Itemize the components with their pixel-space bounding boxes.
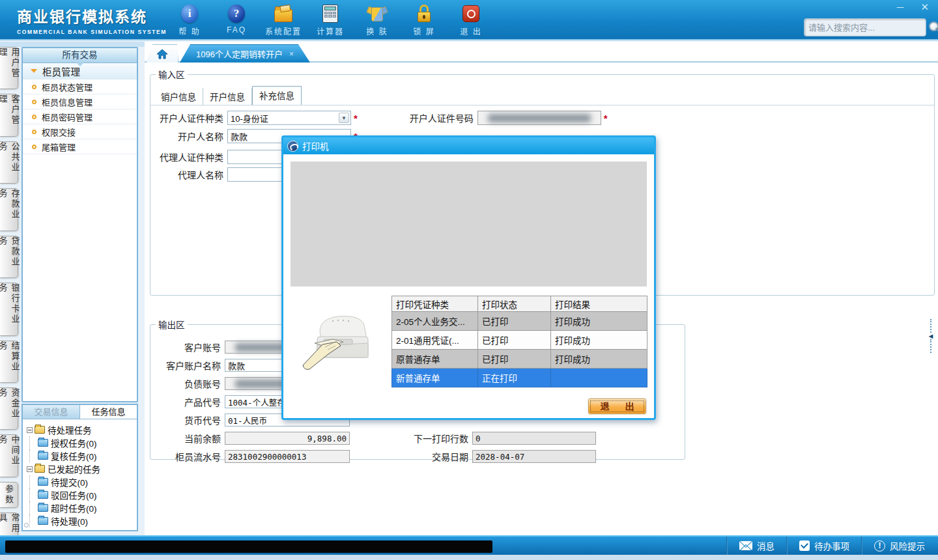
sidebar-item-teller-info[interactable]: 柜员信息管理 [23,94,137,109]
sidebar-item-user-mgmt[interactable]: 用户管理 [0,47,18,89]
tree-node-timeout-tasks[interactable]: 超时任务(0) [27,501,135,514]
tab-home[interactable] [146,44,178,63]
checkbox-icon [799,540,810,551]
tab-task-info[interactable]: 任务信息 [79,405,137,419]
messages-button[interactable]: 消息 [729,539,785,552]
cert-no-field[interactable] [477,111,601,125]
tshirt-icon [367,5,387,23]
trade-date-label: 交易日期 [391,450,468,463]
sidebar-header[interactable]: 所有交易 [23,48,137,63]
col-print-status: 打印状态 [478,296,551,312]
sidebar-item-teller-password[interactable]: 柜员密码管理 [23,109,137,124]
table-row[interactable]: 2-01通用凭证(... 已打印 打印成功 [392,331,647,350]
sidebar-item-deposit-biz[interactable]: 存款业务 [0,188,18,231]
bullet-icon [32,85,36,89]
faq-button[interactable]: ? FAQ [218,4,255,36]
folder-icon [274,9,292,22]
task-tree: 待处理任务 授权任务(0) 复核任务(0) 已发起的任务 待提交(0) 驳回任务… [23,419,137,529]
folder-icon [38,504,48,512]
close-button[interactable]: ✕ [917,1,933,13]
sidebar-item-customer-mgmt[interactable]: 客户管理 [0,94,18,136]
tree-node-initiated-tasks[interactable]: 已发起的任务 [27,462,135,475]
todo-button[interactable]: 待办事项 [789,539,860,552]
table-row[interactable]: 原普通存单 已打印 打印成功 [392,350,647,369]
window-controls: ─ ✕ [893,1,933,13]
home-icon [156,49,168,59]
tree-node-to-process[interactable]: 待处理(0) [27,514,135,527]
help-icon: i [181,5,198,23]
sidebar-item-intermediate-biz[interactable]: 中间业务 [0,434,18,477]
current-balance-field: 9,898.00 [225,432,350,445]
tab-open-account-info[interactable]: 开户信息 [203,88,252,105]
sidebar-item-parameters[interactable]: 参数 [0,482,18,508]
chevron-left-icon: ◄ [928,333,935,339]
tree-node-auth-tasks[interactable]: 授权任务(0) [27,436,135,449]
redacted-status-text [5,540,492,553]
left-category-tabs: 用户管理 客户管理 公共业务 存款业务 贷款业务 银行卡业务 结算业务 资金业务… [0,47,21,555]
sidebar-item-loan-biz[interactable]: 贷款业务 [0,236,18,278]
next-print-line-field: 0 [472,432,596,445]
printer-dialog-icon [287,141,298,152]
table-header-row: 打印凭证种类 打印状态 打印结果 [392,296,647,312]
cert-no-label: 开户人证件号码 [358,111,474,124]
collapse-icon[interactable] [27,427,33,433]
sidebar-item-bankcard-biz[interactable]: 银行卡业务 [0,283,18,335]
lock-screen-button[interactable]: 锁 屏 [405,4,443,36]
dialog-titlebar[interactable]: 打印机 [283,137,654,154]
current-balance-label: 当前余额 [150,432,221,445]
cert-type-select[interactable]: 10-身份证 ▼ [227,111,351,125]
document-tabbar: 1096个人定期销转开户 × [145,44,938,63]
envelope-icon [739,541,752,550]
help-button[interactable]: i 帮 助 [171,4,208,36]
folder-icon [38,478,48,486]
tab-1096-account[interactable]: 1096个人定期销转开户 × [180,44,310,63]
faq-icon: ? [228,5,245,23]
col-voucher-type: 打印凭证种类 [392,296,478,312]
folder-icon [38,517,48,525]
search-input[interactable] [804,23,927,33]
sidebar-item-authority-handover[interactable]: 权限交接 [23,124,137,139]
tree-node-rejected-tasks[interactable]: 驳回任务(0) [27,488,135,501]
teller-serial-field: 2831002900000013 [225,450,350,463]
task-panel-tabs: 交易信息 任务信息 [23,405,137,419]
printer-illustration [295,305,384,377]
minimize-button[interactable]: ─ [893,1,908,13]
tab-close-account-info[interactable]: 销户信息 [154,88,203,105]
col-print-result: 打印结果 [551,296,647,312]
collapse-icon[interactable] [27,466,33,472]
tab-transaction-info[interactable]: 交易信息 [23,405,79,419]
tree-node-to-submit[interactable]: 待提交(0) [27,475,135,488]
sidebar-item-teller-status[interactable]: 柜员状态管理 [23,79,137,94]
search-box[interactable] [804,18,926,36]
exit-button[interactable]: 退 出 [452,4,490,36]
lock-icon [417,5,431,23]
system-config-button[interactable]: 系统配置 [264,4,302,36]
sidebar-item-settlement-biz[interactable]: 结算业务 [0,341,18,383]
tree-node-review-tasks[interactable]: 复核任务(0) [27,449,135,462]
bullet-icon [32,145,36,149]
sidebar-item-public-biz[interactable]: 公共业务 [0,141,18,184]
table-row[interactable]: 2-05个人业务交... 已打印 打印成功 [392,312,647,331]
liability-account-label: 负债账号 [150,377,221,390]
input-section-title: 输入区 [156,68,188,81]
folder-icon [38,439,48,447]
tree-node-pending-tasks[interactable]: 待处理任务 [27,423,135,436]
risk-alert-button[interactable]: ! 风险提示 [864,539,935,552]
power-icon [462,5,479,22]
sidebar-item-funds-biz[interactable]: 资金业务 [0,387,18,430]
table-row-selected[interactable]: 新普通存单 正在打印 [392,369,647,387]
sidebar-item-cashbox-mgmt[interactable]: 尾箱管理 [23,139,137,154]
scroll-dot [24,523,29,527]
change-skin-button[interactable]: 换 肤 [358,4,396,36]
print-preview-area [291,161,647,287]
calculator-button[interactable]: 计算器 [311,4,349,36]
dialog-title: 打印机 [302,139,329,152]
currency-code-label: 货币代号 [150,413,221,427]
bullet-icon [32,100,36,104]
exclamation-icon: ! [874,540,885,552]
tab-supplementary-info[interactable]: 补充信息 [252,86,302,105]
chevron-down-icon[interactable]: ▼ [339,113,349,123]
dialog-exit-button[interactable]: 退 出 [588,399,646,414]
close-icon[interactable]: × [289,49,294,59]
panel-collapse-handle[interactable]: ◄ [928,319,934,353]
